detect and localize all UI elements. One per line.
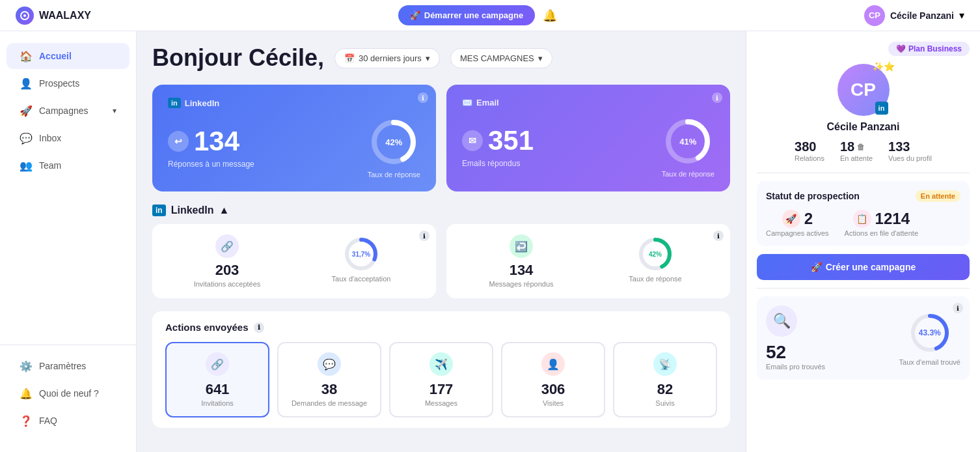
action-card-demandes[interactable]: 💬 38 Demandes de message bbox=[277, 342, 381, 417]
user-menu[interactable]: CP Cécile Panzani ▾ bbox=[864, 5, 964, 26]
acceptance-rate-stat: 31,7% Taux d'acceptation bbox=[299, 234, 423, 288]
invitations-action-label: Invitations bbox=[177, 399, 258, 407]
actions-attente-num: 📋 1214 bbox=[853, 210, 910, 228]
sidebar-item-quoi-de-neuf[interactable]: 🔔 Quoi de neuf ? bbox=[7, 380, 129, 406]
linkedin-donut: 42% bbox=[368, 116, 420, 168]
sidebar-item-inbox[interactable]: 💬 Inbox bbox=[7, 125, 129, 151]
email-card-body: ✉ 351 Emails répondus 41% bbox=[462, 115, 715, 178]
sidebar-label-accueil: Accueil bbox=[39, 51, 72, 61]
page-title: Bonjour Cécile, bbox=[152, 44, 324, 72]
reply-rate-label: Taux de réponse bbox=[629, 275, 681, 283]
bell-icon: 🔔 bbox=[20, 387, 33, 400]
sidebar: 🏠 Accueil 👤 Prospects 🚀 Campagnes ▾ 💬 In… bbox=[0, 31, 137, 452]
settings-icon: ⚙️ bbox=[20, 360, 33, 373]
email-title: Email bbox=[476, 98, 499, 107]
info-icon: ℹ bbox=[254, 322, 264, 333]
demandes-action-label: Demandes de message bbox=[289, 399, 370, 407]
linkedin-donut-container: 42% Taux de réponse bbox=[368, 116, 420, 178]
logo[interactable]: WAALAXY bbox=[16, 7, 91, 25]
info-icon[interactable]: ℹ bbox=[713, 231, 724, 241]
email-number-value: 351 bbox=[488, 125, 534, 156]
sidebar-item-faq[interactable]: ❓ FAQ bbox=[7, 408, 129, 434]
sidebar-item-team[interactable]: 👥 Team bbox=[7, 152, 129, 178]
linkedin-summary-card: ℹ in LinkedIn ↩ 134 Réponses à un messag… bbox=[152, 85, 436, 191]
logo-icon bbox=[16, 7, 34, 25]
search-icon: 🔍 bbox=[766, 305, 797, 337]
reply-donut-label: 42% bbox=[649, 251, 662, 258]
invitations-grid: 🔗 203 Invitations acceptées 31,7% Tau bbox=[165, 234, 423, 288]
campaigns-filter-button[interactable]: MES CAMPAGNES ▾ bbox=[450, 48, 552, 68]
sidebar-item-accueil[interactable]: 🏠 Accueil bbox=[7, 43, 129, 69]
emails-found-num: 52 bbox=[766, 342, 825, 363]
linkedin-section-title: LinkedIn bbox=[171, 205, 214, 216]
chevron-up-icon: ▲ bbox=[219, 205, 229, 216]
action-card-messages[interactable]: ✈️ 177 Messages bbox=[389, 342, 493, 417]
acceptance-donut-label: 31,7% bbox=[352, 251, 370, 258]
rocket-icon: 🚀 bbox=[782, 210, 800, 228]
email-card-header: ✉️ Email bbox=[462, 98, 715, 107]
create-campaign-button[interactable]: 🚀 Créer une campagne bbox=[757, 254, 970, 280]
sidebar-item-parametres[interactable]: ⚙️ Paramètres bbox=[7, 353, 129, 379]
right-panel: 💜 Plan Business CP in ✨⭐ Cécile Panzani … bbox=[746, 31, 980, 452]
email-stat-left: ✉ 351 Emails répondus bbox=[462, 125, 534, 168]
action-card-visites[interactable]: 👤 306 Visites bbox=[501, 342, 605, 417]
action-card-suivis[interactable]: 📡 82 Suivis bbox=[613, 342, 717, 417]
team-icon: 👥 bbox=[20, 159, 33, 172]
reply-donut: 42% bbox=[636, 234, 675, 274]
demandes-action-num: 38 bbox=[289, 381, 370, 398]
actions-section: Actions envoyées ℹ 🔗 641 Invitations 💬 3… bbox=[152, 311, 730, 428]
avatar: CP bbox=[864, 5, 885, 26]
email-donut-container: 41% Taux de réponse bbox=[662, 115, 715, 178]
linkedin-section-header: in LinkedIn ▲ bbox=[152, 205, 730, 216]
chevron-down-icon: ▾ bbox=[538, 53, 543, 63]
emails-found-label: Emails pro trouvés bbox=[766, 363, 825, 371]
en-attente-label: En attente bbox=[840, 154, 873, 162]
actions-attente-stat: 📋 1214 Actions en file d'attente bbox=[845, 210, 918, 237]
start-campaign-button[interactable]: 🚀 Démarrer une campagne bbox=[398, 5, 535, 25]
link-icon: 🔗 bbox=[206, 352, 229, 376]
action-card-invitations[interactable]: 🔗 641 Invitations bbox=[165, 342, 269, 417]
campagnes-icon: 🚀 bbox=[20, 104, 33, 117]
vues-num: 133 bbox=[888, 139, 932, 154]
info-icon[interactable]: ℹ bbox=[953, 303, 963, 313]
sidebar-item-campagnes[interactable]: 🚀 Campagnes ▾ bbox=[7, 98, 129, 124]
email-reply-icon: ✉ bbox=[462, 130, 483, 151]
notification-bell-icon[interactable]: 🔔 bbox=[543, 8, 557, 23]
campagnes-actives-stat: 🚀 2 Campagnes actives bbox=[766, 210, 829, 237]
inbox-icon: 💬 bbox=[20, 132, 33, 145]
email-icon: ✉️ bbox=[462, 98, 472, 107]
page-header: Bonjour Cécile, 📅 30 derniers jours ▾ ME… bbox=[152, 44, 730, 72]
messages-replied-stat: ↩️ 134 Messages répondus bbox=[459, 234, 583, 288]
invitations-num: 203 bbox=[215, 262, 239, 279]
message-icon: ↩️ bbox=[510, 234, 533, 258]
queue-icon: 📋 bbox=[853, 210, 871, 228]
messages-label: Messages répondus bbox=[489, 280, 553, 288]
messages-card: ℹ ↩️ 134 Messages répondus 42% bbox=[446, 224, 730, 298]
linkedin-number-value: 134 bbox=[194, 126, 239, 157]
date-filter-button[interactable]: 📅 30 derniers jours ▾ bbox=[334, 48, 440, 68]
sidebar-item-prospects[interactable]: 👤 Prospects bbox=[7, 70, 129, 96]
campagnes-label: Campagnes actives bbox=[766, 229, 829, 237]
linkedin-icon: in bbox=[168, 98, 181, 108]
user-name: Cécile Panzani bbox=[890, 10, 954, 21]
profile-avatar: CP in ✨⭐ bbox=[837, 64, 890, 116]
profile-stars: ✨⭐ bbox=[873, 61, 895, 72]
actions-value: 1214 bbox=[875, 210, 910, 228]
follow-icon: 📡 bbox=[653, 352, 677, 376]
filter-campaigns-label: MES CAMPAGNES bbox=[460, 53, 534, 63]
prospection-status-card: Statut de prospection En attente 🚀 2 Cam… bbox=[757, 181, 970, 246]
info-icon[interactable]: ℹ bbox=[419, 231, 429, 241]
create-campaign-label: Créer une campagne bbox=[826, 262, 916, 272]
divider-2 bbox=[757, 288, 970, 289]
email-donut-sub: Taux de réponse bbox=[662, 170, 715, 178]
visit-icon: 👤 bbox=[541, 352, 565, 376]
sidebar-label-team: Team bbox=[39, 160, 61, 171]
linkedin-donut-sub: Taux de réponse bbox=[368, 171, 420, 178]
profile-section: CP in ✨⭐ Cécile Panzani 380 Relations 18… bbox=[757, 64, 970, 162]
topbar: WAALAXY 🚀 Démarrer une campagne 🔔 CP Céc… bbox=[0, 0, 980, 31]
linkedin-stat-label: Réponses à un message bbox=[168, 160, 254, 169]
trash-icon: 🗑 bbox=[857, 143, 865, 152]
vues-stat: 133 Vues du profil bbox=[888, 139, 932, 162]
question-icon: ❓ bbox=[20, 414, 33, 427]
relations-stat: 380 Relations bbox=[795, 139, 824, 162]
